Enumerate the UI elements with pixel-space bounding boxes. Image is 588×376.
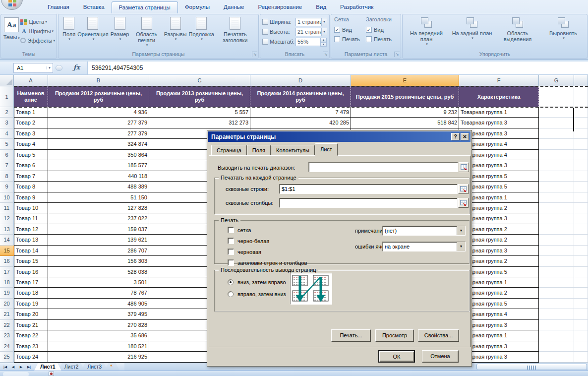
cell-B4[interactable]: 277 379 — [48, 128, 149, 139]
row-header-22[interactable]: 22 — [0, 320, 14, 330]
grid-cell[interactable] — [539, 171, 574, 182]
last-sheet-icon[interactable]: ▶| — [26, 365, 32, 369]
cell-A4[interactable]: Товар 3 — [14, 128, 48, 139]
grid-cell[interactable] — [574, 203, 588, 213]
ribbon-tab-Вставка[interactable]: Вставка — [76, 1, 112, 13]
arrange-button[interactable]: На передний план▾ — [404, 15, 449, 51]
ribbon-tab-Разметка страницы[interactable]: Разметка страницы — [112, 1, 178, 13]
prev-sheet-icon[interactable]: ◀ — [10, 365, 16, 369]
theme-option-button[interactable]: Эффекты▾ — [20, 36, 55, 45]
table-header-cell[interactable]: Характеристика — [459, 86, 539, 107]
row-header-17[interactable]: 17 — [0, 267, 14, 277]
cell-B13[interactable]: 159 037 — [48, 224, 149, 235]
radio-вправо, затем вниз[interactable] — [228, 291, 234, 297]
cell-A17[interactable]: Товар 16 — [14, 267, 48, 277]
cell-A11[interactable]: Товар 10 — [14, 203, 48, 213]
checkbox-icon[interactable]: ✓ — [334, 27, 340, 33]
column-header-B[interactable]: B — [48, 75, 149, 86]
grid-cell[interactable] — [539, 160, 574, 171]
cell-A13[interactable]: Товар 12 — [14, 224, 48, 235]
checkbox-icon[interactable]: ✓ — [366, 27, 372, 33]
cell-B12[interactable]: 237 022 — [48, 213, 149, 224]
grid-cell[interactable] — [539, 330, 574, 341]
grid-cell[interactable] — [539, 128, 574, 139]
spin-down-icon[interactable]: ▼ — [320, 42, 327, 47]
cell-B5[interactable]: 324 874 — [48, 139, 149, 149]
grid-cell[interactable] — [539, 213, 574, 224]
cell-A2[interactable]: Товар 1 — [14, 107, 48, 118]
spin-up-icon[interactable]: ▲ — [320, 38, 327, 42]
row-header-16[interactable]: 16 — [0, 256, 14, 266]
grid-cell[interactable] — [539, 352, 574, 362]
cell-A3[interactable]: Товар 2 — [14, 118, 48, 128]
preview-button[interactable]: Просмотр — [375, 329, 414, 342]
select-all-corner[interactable] — [0, 75, 14, 86]
chevron-down-icon[interactable]: ▼ — [457, 226, 465, 235]
ribbon-tab-Разработчик[interactable]: Разработчик — [333, 1, 380, 13]
dialog-close-icon[interactable]: ✕ — [461, 133, 469, 140]
cell-F3[interactable]: Товарная группа 3 — [459, 118, 539, 128]
row-header-20[interactable]: 20 — [0, 299, 14, 309]
cell-B10[interactable]: 51 150 — [48, 192, 149, 203]
checkbox-заголовки строк и столбцов[interactable] — [228, 259, 234, 266]
checkbox-черно-белая[interactable] — [228, 238, 234, 244]
ribbon-tab-Главная[interactable]: Главная — [41, 1, 76, 13]
cell-A12[interactable]: Товар 11 — [14, 213, 48, 224]
checkbox-черновая[interactable] — [228, 249, 234, 255]
grid-cell[interactable] — [539, 192, 574, 203]
grid-cell[interactable] — [539, 182, 574, 192]
dialog-help-button[interactable]: ? — [451, 133, 460, 140]
cell-D3[interactable]: 420 285 — [250, 118, 351, 128]
cell-B24[interactable]: 180 521 — [48, 341, 149, 352]
grid-cell[interactable] — [574, 182, 588, 192]
grid-cell[interactable] — [574, 277, 588, 288]
name-box-dropdown-icon[interactable]: ▼ — [46, 66, 53, 69]
grid-cell[interactable] — [574, 139, 588, 149]
sheet-tab-Лист3[interactable]: Лист3 — [81, 363, 108, 371]
page-setup-button[interactable]: Ориентация▾ — [76, 15, 109, 51]
cell-B14[interactable]: 139 621 — [48, 235, 149, 245]
cell-B16[interactable]: 156 303 — [48, 256, 149, 266]
row-header-24[interactable]: 24 — [0, 341, 14, 352]
grid-cell[interactable] — [574, 160, 588, 171]
cell-E2[interactable]: 9 232 — [351, 107, 459, 118]
cell-C2[interactable]: 5 557 — [149, 107, 250, 118]
grid-cell[interactable] — [574, 128, 588, 139]
repeat-rows-picker-button[interactable] — [458, 184, 469, 194]
column-header-F[interactable]: F — [459, 75, 539, 86]
insert-function-icon[interactable]: ƒx — [73, 63, 80, 71]
table-header-cell[interactable]: Наименование — [14, 86, 48, 107]
print-range-input[interactable] — [308, 162, 458, 172]
theme-option-button[interactable]: AШрифты▾ — [20, 26, 55, 36]
cell-A6[interactable]: Товар 5 — [14, 150, 48, 160]
cell-B11[interactable]: 127 828 — [48, 203, 149, 213]
cell-A10[interactable]: Товар 9 — [14, 192, 48, 203]
cell-B3[interactable]: 277 379 — [48, 118, 149, 128]
row-header-12[interactable]: 12 — [0, 213, 14, 224]
height-combo[interactable]: 21 страниц▼ — [295, 28, 327, 36]
properties-button[interactable]: Свойства... — [418, 329, 459, 342]
table-header-cell[interactable]: Продажи 2014 розничные цены, руб — [250, 86, 351, 107]
page-setup-button[interactable]: Печатать заголовки — [215, 15, 255, 51]
chevron-down-icon[interactable]: ▼ — [457, 242, 465, 251]
cell-A21[interactable]: Товар 20 — [14, 309, 48, 319]
ribbon-tab-Рецензирование[interactable]: Рецензирование — [251, 1, 309, 13]
grid-cell[interactable] — [539, 256, 574, 266]
cell-A8[interactable]: Товар 7 — [14, 171, 48, 182]
sheet-options-dialog-launcher[interactable]: ↘ — [394, 52, 400, 57]
cell-A23[interactable]: Товар 22 — [14, 330, 48, 341]
column-header-C[interactable]: C — [149, 75, 250, 86]
column-header-D[interactable]: D — [250, 75, 351, 86]
grid-cell[interactable] — [574, 299, 588, 309]
row-header-25[interactable]: 25 — [0, 352, 14, 362]
ribbon-tab-Данные[interactable]: Данные — [217, 1, 251, 13]
cell-A19[interactable]: Товар 18 — [14, 288, 48, 298]
grid-cell[interactable] — [539, 246, 574, 256]
grid-cell[interactable] — [539, 203, 574, 213]
sheet-option-Вид[interactable]: ✓Вид — [334, 25, 366, 34]
print-range-picker-button[interactable] — [459, 162, 469, 172]
dialog-titlebar[interactable]: Параметры страницы ? ✕ — [208, 131, 470, 142]
column-header-G[interactable]: G — [539, 75, 574, 86]
cell-A24[interactable]: Товар 23 — [14, 341, 48, 352]
sheet-option-Печать[interactable]: Печать — [366, 34, 398, 44]
